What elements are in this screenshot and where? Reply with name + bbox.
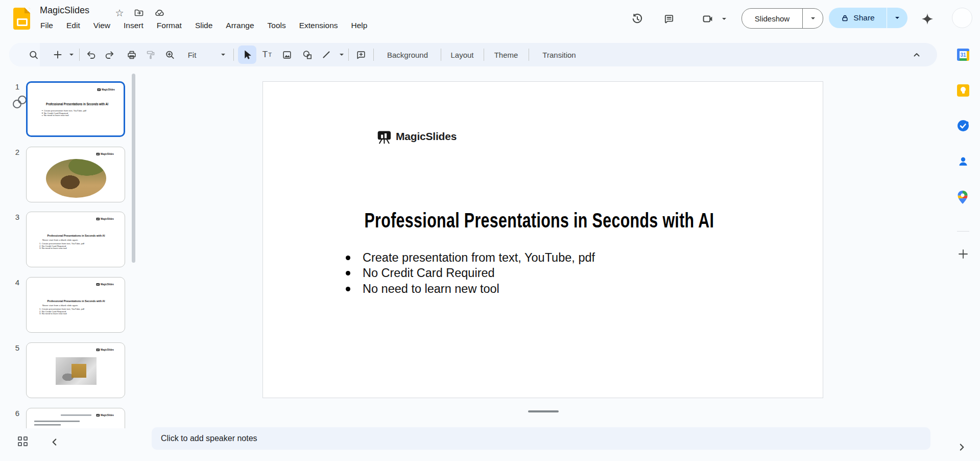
collapse-toolbar-icon[interactable] (912, 43, 922, 66)
menu-tools[interactable]: Tools (261, 19, 293, 32)
expand-side-panel-icon[interactable] (956, 442, 967, 453)
transition-button[interactable]: Transition (542, 43, 576, 66)
rail-divider (957, 231, 969, 232)
text-box-tool-icon[interactable]: TT (262, 43, 272, 66)
menu-bar: File Edit View Insert Format Slide Arran… (34, 19, 374, 32)
line-dropdown-icon[interactable] (340, 43, 344, 66)
grid-view-icon[interactable] (18, 436, 29, 447)
new-slide-icon[interactable] (53, 43, 63, 66)
slide-brand-logo[interactable]: MagicSlides (377, 129, 457, 144)
menu-file[interactable]: File (34, 19, 60, 32)
add-addon-icon[interactable] (957, 248, 969, 260)
star-icon[interactable]: ☆ (113, 7, 126, 19)
slides-logo-inner (17, 18, 28, 26)
slide-canvas[interactable] (262, 81, 823, 398)
redo-icon[interactable] (104, 43, 115, 66)
zoom-icon[interactable] (165, 43, 176, 66)
bullet-item: Create presentation from text, YouTube, … (346, 250, 595, 266)
thumb-brand-logo: MagicSlides (96, 283, 114, 286)
print-icon[interactable] (127, 43, 137, 66)
menu-help[interactable]: Help (345, 19, 374, 32)
slides-logo-fold (25, 8, 30, 13)
slideshow-button[interactable]: Slideshow (742, 8, 823, 29)
thumb-brand-logo: MagicSlides (97, 88, 115, 91)
slide-number: 2 (9, 148, 19, 156)
thumb-brand-logo: MagicSlides (96, 414, 114, 417)
share-button[interactable]: Share (829, 8, 907, 28)
menu-edit[interactable]: Edit (60, 19, 87, 32)
meet-dropdown-icon[interactable] (717, 9, 731, 29)
theme-button[interactable]: Theme (494, 43, 518, 66)
menu-view[interactable]: View (87, 19, 117, 32)
thumb-brand-logo: MagicSlides (96, 349, 114, 351)
slide-thumbnail-3[interactable]: MagicSlides Professional Presentations i… (26, 212, 125, 267)
menu-extensions[interactable]: Extensions (293, 19, 345, 32)
slide-number: 4 (9, 278, 19, 287)
slide-brand-text: MagicSlides (396, 130, 457, 143)
bullet-item: No need to learn new tool (346, 281, 595, 297)
version-history-icon[interactable] (627, 9, 648, 29)
keep-icon[interactable] (957, 84, 969, 97)
menu-arrange[interactable]: Arrange (219, 19, 260, 32)
speaker-notes-placeholder: Click to add speaker notes (161, 434, 257, 443)
zoom-select-value[interactable]: Fit (188, 43, 197, 66)
slide-thumbnail-4[interactable]: MagicSlides Professional Presentations i… (26, 277, 125, 333)
magicslides-board-icon (377, 129, 392, 144)
slide-number: 3 (9, 213, 19, 221)
google-slides-app: { "header": { "doc_title": "MagicSlides"… (0, 0, 980, 461)
move-folder-icon[interactable] (133, 7, 145, 19)
thumb-brand-logo: MagicSlides (96, 153, 114, 155)
thumb-brand-logo: MagicSlides (96, 218, 114, 220)
slide-thumbnail-1[interactable]: MagicSlides Professional Presentations i… (26, 81, 125, 137)
deer-photo-oval (46, 159, 106, 198)
filmstrip-scrollbar[interactable] (132, 74, 135, 263)
orange-highlight-square (71, 364, 86, 378)
slide-number: 1 (9, 82, 19, 91)
undo-icon[interactable] (86, 43, 97, 66)
account-avatar[interactable] (952, 8, 972, 28)
main-toolbar: Fit TT Background La (9, 43, 937, 66)
lock-icon (841, 14, 849, 22)
notes-resize-handle[interactable] (528, 410, 559, 412)
insert-image-icon[interactable] (282, 43, 293, 66)
new-slide-dropdown-icon[interactable] (69, 43, 74, 66)
select-tool-icon[interactable] (242, 43, 253, 66)
slide-thumbnail-5[interactable]: MagicSlides (26, 342, 125, 398)
share-label: Share (853, 13, 874, 22)
speaker-notes-input[interactable]: Click to add speaker notes (152, 427, 930, 450)
slideshow-dropdown[interactable] (803, 9, 823, 28)
slide-title[interactable]: Professional Presentations in Seconds wi… (332, 209, 747, 233)
maps-icon[interactable] (957, 190, 969, 202)
comments-icon[interactable] (659, 9, 679, 29)
meet-camera-icon[interactable] (698, 9, 718, 29)
layout-button[interactable]: Layout (450, 43, 473, 66)
slide-filmstrip: 1 MagicSlides Professional Presentations… (0, 72, 144, 428)
insert-line-icon[interactable] (321, 43, 331, 66)
calendar-icon[interactable]: 31 (957, 49, 969, 61)
paint-format-icon[interactable] (146, 43, 156, 66)
slideshow-label: Slideshow (742, 9, 802, 28)
add-comment-icon[interactable] (356, 43, 367, 66)
insert-shape-icon[interactable] (302, 43, 313, 66)
slide-thumbnail-2[interactable]: MagicSlides (26, 147, 125, 202)
bullet-item: No Credit Card Required (346, 266, 595, 282)
slide-thumbnail-6[interactable]: MagicSlides (26, 408, 125, 428)
menu-slide[interactable]: Slide (188, 19, 219, 32)
tasks-icon[interactable] (957, 120, 969, 132)
background-button[interactable]: Background (387, 43, 428, 66)
menu-format[interactable]: Format (150, 19, 188, 32)
slide-number: 5 (9, 343, 19, 352)
slides-logo[interactable] (13, 8, 30, 30)
slide-number: 6 (9, 409, 19, 418)
document-title[interactable]: MagicSlides (40, 5, 89, 16)
grayscale-deer-image (56, 357, 97, 385)
saved-cloud-icon[interactable] (153, 7, 165, 19)
zoom-select-dropdown-icon[interactable] (221, 43, 225, 66)
contacts-icon[interactable] (957, 155, 969, 168)
search-menus-icon[interactable] (29, 43, 39, 66)
collapse-filmstrip-icon[interactable] (49, 436, 60, 448)
slide-bullet-list[interactable]: Create presentation from text, YouTube, … (346, 250, 595, 297)
menu-insert[interactable]: Insert (117, 19, 150, 32)
gemini-sparkle-icon[interactable] (917, 9, 938, 29)
share-dropdown[interactable] (887, 8, 907, 28)
